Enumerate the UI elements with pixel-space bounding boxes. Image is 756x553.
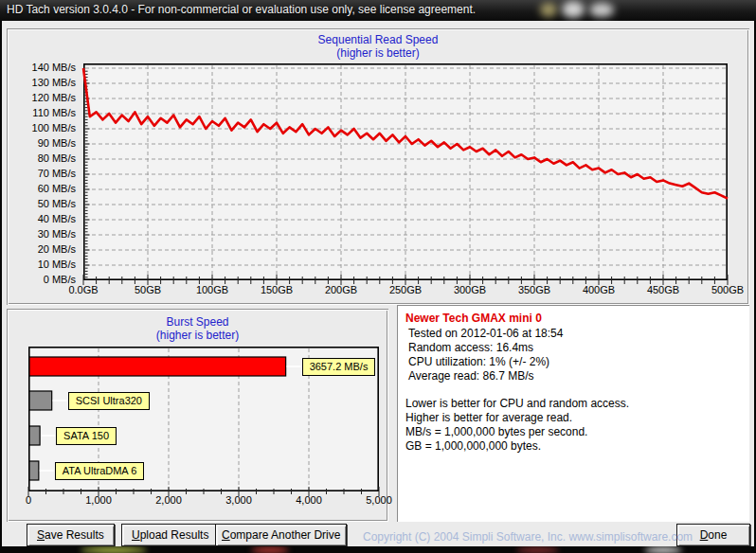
desktop-color-blob — [644, 547, 682, 553]
info-notes: Lower is better for CPU and random acces… — [405, 397, 740, 454]
y-tick-label: 10 MB/s — [17, 259, 76, 270]
hd-tach-window: HD Tach version 3.0.4.0 - For non-commer… — [0, 0, 756, 553]
desktop-color-blob — [81, 547, 147, 553]
window-title: HD Tach version 3.0.4.0 - For non-commer… — [7, 3, 476, 16]
upload-results-button[interactable]: Upload Results — [121, 524, 219, 546]
y-tick-label: 60 MB/s — [17, 183, 76, 194]
x-tick-label: 350GB — [502, 284, 567, 295]
window-bottom-edge — [0, 546, 756, 553]
y-tick-label: 50 MB/s — [17, 198, 76, 209]
x-tick-label: 150GB — [244, 284, 309, 295]
info-note-line: Higher is better for average read. — [405, 411, 740, 425]
drive-info-panel: Newer Tech GMAX mini 0 Tested on 2012-01… — [397, 305, 749, 522]
burst-x-axis-labels: 01,0002,0003,0004,0005,000 — [0, 494, 388, 508]
y-tick-label: 70 MB/s — [17, 168, 76, 179]
background-glare — [589, 3, 614, 17]
sequential-x-axis-labels: 0.0GB50GB100GB150GB200GB250GB300GB350GB4… — [0, 284, 756, 297]
y-tick-label: 140 MB/s — [17, 62, 76, 73]
y-tick-label: 20 MB/s — [17, 243, 76, 255]
compare-another-drive-button[interactable]: Compare Another Drive — [215, 524, 347, 546]
sata-150-label: SATA 150 — [56, 427, 117, 445]
y-tick-label: 30 MB/s — [17, 228, 76, 240]
scsi-ultra320-label: SCSI Ultra320 — [68, 392, 150, 410]
x-tick-label: 200GB — [309, 284, 373, 295]
x-tick-label: 100GB — [180, 284, 244, 295]
sequential-chart-subtitle: (higher is better) — [7, 46, 749, 60]
burst-chart-title: Burst Speed — [7, 315, 388, 329]
copyright-text: Copyright (C) 2004 Simpli Software, Inc.… — [363, 530, 658, 544]
y-tick-label: 80 MB/s — [17, 152, 76, 164]
desktop-color-blob — [516, 547, 559, 553]
y-tick-label: 100 MB/s — [17, 122, 76, 134]
save-results-button[interactable]: Save Results — [27, 524, 115, 546]
y-tick-label: 130 MB/s — [17, 77, 76, 88]
sequential-chart-title: Sequential Read Speed — [7, 33, 749, 46]
burst-x-tick-label: 1,000 — [78, 494, 119, 506]
drive-stat-line: Average read: 86.7 MB/s — [405, 369, 740, 384]
drive-stat-line: Tested on 2012-01-06 at 18:54 — [405, 327, 740, 341]
drive-name: Newer Tech GMAX mini 0 — [405, 312, 740, 325]
sequential-read-plot — [83, 63, 728, 287]
burst-chart-subtitle: (higher is better) — [7, 329, 388, 342]
title-bar[interactable]: HD Tach version 3.0.4.0 - For non-commer… — [0, 0, 756, 21]
x-tick-label: 500GB — [695, 284, 756, 295]
y-tick-label: 110 MB/s — [17, 107, 76, 118]
info-note-line: MB/s = 1,000,000 bytes per second. — [405, 425, 740, 439]
y-tick-label: 40 MB/s — [17, 213, 76, 224]
burst-x-tick-label: 2,000 — [148, 494, 189, 506]
info-note-line: GB = 1,000,000,000 bytes. — [405, 439, 740, 454]
burst-x-tick-label: 5,000 — [358, 494, 400, 506]
background-glare — [540, 3, 557, 17]
y-tick-label: 90 MB/s — [17, 137, 76, 149]
x-tick-label: 0.0GB — [51, 284, 116, 295]
x-tick-label: 300GB — [438, 284, 502, 295]
burst-bar-labels: 3657.2 MB/sSCSI Ultra320SATA 150ATA Ultr… — [28, 347, 388, 491]
burst-x-tick-label: 4,000 — [288, 494, 330, 506]
info-note-line: Lower is better for CPU and random acces… — [405, 397, 740, 411]
burst-x-tick-label: 0 — [8, 494, 49, 506]
x-tick-label: 250GB — [373, 284, 438, 295]
x-tick-label: 400GB — [567, 284, 631, 295]
drive-stat-line: Random access: 16.4ms — [405, 341, 740, 355]
desktop-color-blob — [251, 547, 289, 553]
sequential-y-axis-labels: 140 MB/s130 MB/s120 MB/s110 MB/s100 MB/s… — [17, 63, 80, 287]
x-tick-label: 450GB — [631, 284, 695, 295]
burst-x-tick-label: 3,000 — [218, 494, 260, 506]
drive-stat-line: CPU utilization: 1% (+/- 2%) — [405, 355, 740, 369]
drive-stats: Tested on 2012-01-06 at 18:54Random acce… — [405, 327, 740, 384]
y-tick-label: 120 MB/s — [17, 92, 76, 103]
tested-drive-burst-label: 3657.2 MB/s — [302, 358, 376, 376]
ata-ultradma-6-label: ATA UltraDMA 6 — [55, 462, 144, 480]
x-tick-label: 50GB — [116, 284, 180, 295]
background-glare — [562, 1, 585, 18]
